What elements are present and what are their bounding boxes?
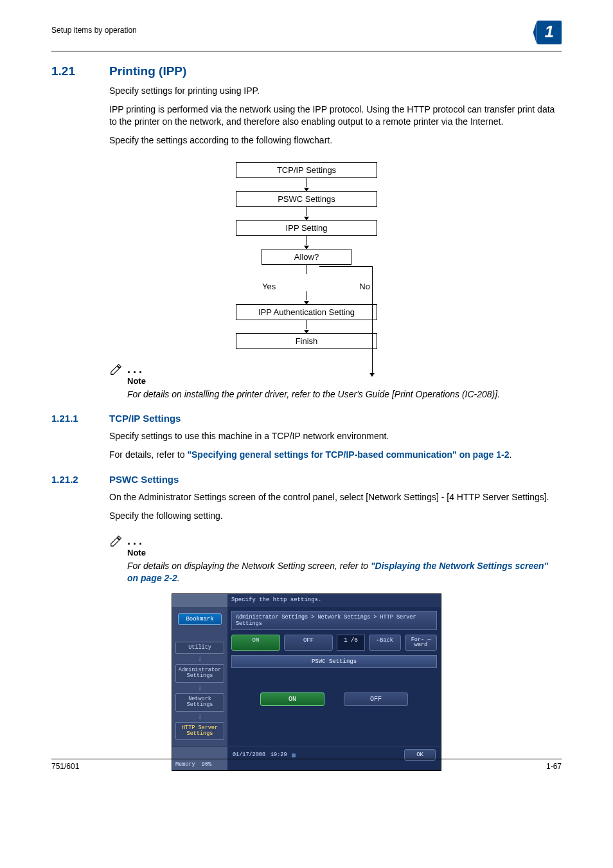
subsection-number: 1.21.1 bbox=[51, 413, 90, 424]
chevron-down-icon: ↓ bbox=[197, 656, 202, 662]
flow-ipp: IPP Setting bbox=[236, 220, 377, 236]
on-tab[interactable]: ON bbox=[231, 635, 280, 651]
sidebar-item-admin-settings[interactable]: Administrator Settings bbox=[175, 664, 224, 683]
off-tab[interactable]: OFF bbox=[284, 635, 333, 651]
option-off-button[interactable]: OFF bbox=[344, 692, 408, 706]
text-run: For details, refer to bbox=[109, 449, 187, 460]
subsection-title: PSWC Settings bbox=[109, 474, 179, 485]
cross-reference-link[interactable]: "Specifying general settings for TCP/IP-… bbox=[187, 449, 509, 460]
note-dots: ... bbox=[127, 534, 145, 548]
text-run: . bbox=[509, 449, 511, 460]
sidebar-item-network-settings[interactable]: Network Settings bbox=[175, 693, 224, 712]
note-text: For details on installing the printer dr… bbox=[127, 388, 562, 401]
text-run: . bbox=[177, 573, 180, 583]
paragraph: For details, refer to "Specifying genera… bbox=[109, 449, 562, 461]
flow-ipp-auth: IPP Authentication Setting bbox=[236, 304, 377, 320]
panel-main: Administrator Settings > Network Setting… bbox=[227, 607, 441, 746]
paragraph: Specify the settings according to the fo… bbox=[109, 134, 562, 147]
footer-left: 751/601 bbox=[51, 762, 79, 771]
paragraph: IPP printing is performed via the networ… bbox=[109, 104, 562, 128]
footer-right: 1-67 bbox=[546, 762, 562, 771]
note-icon bbox=[109, 362, 123, 376]
paragraph: Specify settings to use this machine in … bbox=[109, 430, 562, 442]
section-title: Printing (IPP) bbox=[109, 64, 186, 78]
text-run: For details on displaying the Network Se… bbox=[127, 561, 371, 571]
chevron-down-icon: ↓ bbox=[197, 685, 202, 691]
status-date: 01/17/2008 bbox=[233, 752, 265, 758]
sidebar-item-http-server-settings[interactable]: HTTP Server Settings bbox=[175, 722, 224, 741]
section-number: 1.21 bbox=[51, 64, 90, 78]
panel-setting-title: PSWC Settings bbox=[231, 655, 437, 668]
page-footer: 751/601 1-67 bbox=[51, 759, 562, 771]
panel-sidebar: Bookmark Utility ↓ Administrator Setting… bbox=[172, 607, 227, 746]
status-time: 19:29 bbox=[271, 752, 287, 758]
flow-no-branch-line bbox=[364, 266, 416, 388]
note-label: Note bbox=[127, 548, 562, 557]
paragraph: Specify the following setting. bbox=[109, 510, 562, 522]
sidebar-item-utility[interactable]: Utility bbox=[175, 642, 224, 654]
bookmark-button[interactable]: Bookmark bbox=[178, 613, 222, 625]
flowchart: TCP/IP Settings PSWC Settings IPP Settin… bbox=[178, 162, 435, 349]
panel-top-left bbox=[172, 594, 227, 607]
note-label: Note bbox=[127, 376, 562, 386]
back-button[interactable]: ←Back bbox=[369, 635, 401, 651]
flow-yes-label: Yes bbox=[262, 282, 276, 291]
panel-instruction: Specify the http settings. bbox=[227, 594, 441, 607]
subsection-title: TCP/IP Settings bbox=[109, 413, 181, 424]
note-dots: ... bbox=[127, 363, 145, 376]
forward-button[interactable]: For- → ward bbox=[405, 635, 437, 651]
option-on-button[interactable]: ON bbox=[260, 692, 324, 706]
paragraph: On the Administrator Settings screen of … bbox=[109, 491, 562, 503]
note-text: For details on displaying the Network Se… bbox=[127, 560, 562, 584]
control-panel-screenshot: Specify the http settings. Bookmark Util… bbox=[172, 593, 441, 771]
breadcrumb: Administrator Settings > Network Setting… bbox=[231, 611, 437, 630]
status-icon: ▧ bbox=[292, 752, 296, 759]
flow-pswc: PSWC Settings bbox=[236, 191, 377, 207]
subsection-number: 1.21.2 bbox=[51, 474, 90, 485]
paragraph: Specify settings for printing using IPP. bbox=[109, 85, 562, 97]
flow-tcpip: TCP/IP Settings bbox=[236, 162, 377, 178]
page-indicator: 1 /6 bbox=[337, 635, 365, 651]
chapter-tab: 1 bbox=[537, 21, 562, 44]
flow-finish: Finish bbox=[236, 333, 377, 349]
note-icon bbox=[109, 534, 123, 548]
page-header-breadcrumb: Setup items by operation bbox=[51, 26, 137, 35]
flow-allow-decision: Allow? bbox=[262, 249, 351, 265]
chevron-down-icon: ↓ bbox=[197, 714, 202, 720]
